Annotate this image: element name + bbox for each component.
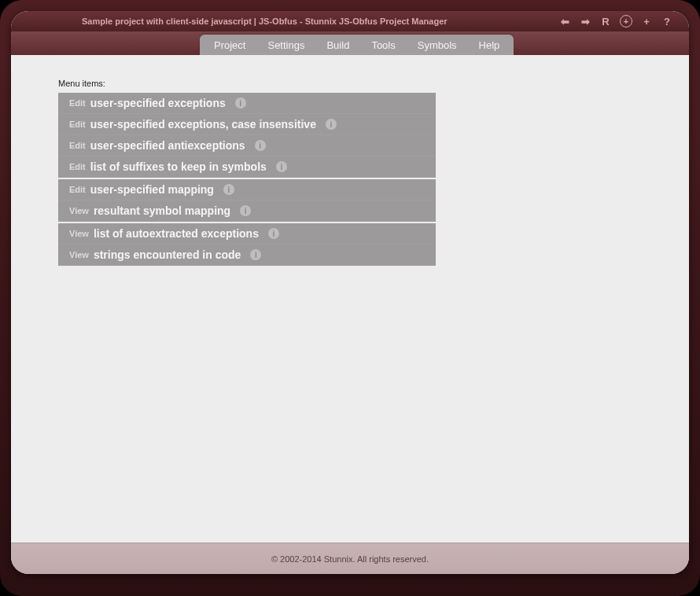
item-prefix: Edit	[69, 120, 86, 129]
tab-symbols[interactable]: Symbols	[407, 36, 468, 54]
footer-text: © 2002-2014 Stunnix. All rights reserved…	[271, 554, 429, 564]
item-group-2: Edit user-specified mapping i View resul…	[58, 179, 436, 222]
info-icon[interactable]: i	[326, 119, 337, 130]
window-title: Sample project with client-side javascri…	[82, 17, 448, 26]
item-prefix: View	[69, 250, 89, 259]
item-group-1: Edit user-specified exceptions i Edit us…	[58, 93, 436, 178]
window: Sample project with client-side javascri…	[11, 11, 689, 574]
content-area: Menu items: Edit user-specified exceptio…	[11, 55, 689, 543]
titlebar: Sample project with client-side javascri…	[11, 11, 689, 31]
item-prefix: Edit	[69, 162, 86, 171]
item-label: strings encountered in code	[94, 248, 241, 261]
item-edit-exceptions-ci[interactable]: Edit user-specified exceptions, case ins…	[58, 114, 436, 135]
info-icon[interactable]: i	[235, 97, 246, 109]
item-edit-suffixes[interactable]: Edit list of suffixes to keep in symbols…	[58, 156, 436, 178]
app-frame: Sample project with client-side javascri…	[0, 0, 700, 596]
item-label: user-specified exceptions	[90, 97, 226, 109]
menubar: Project Settings Build Tools Symbols Hel…	[11, 31, 689, 55]
item-edit-mapping[interactable]: Edit user-specified mapping i	[58, 179, 436, 201]
item-view-strings[interactable]: View strings encountered in code i	[58, 245, 436, 266]
item-edit-antiexceptions[interactable]: Edit user-specified antiexceptions i	[58, 135, 436, 156]
item-group-3: View list of autoextracted exceptions i …	[58, 223, 436, 266]
info-icon[interactable]: i	[250, 249, 261, 260]
tab-settings[interactable]: Settings	[256, 36, 315, 54]
item-label: user-specified antiexceptions	[90, 139, 245, 152]
section-heading: Menu items:	[58, 79, 689, 88]
tab-tools[interactable]: Tools	[360, 36, 406, 54]
back-icon[interactable]: ⬅	[558, 15, 571, 28]
info-icon[interactable]: i	[268, 228, 279, 239]
tab-help[interactable]: Help	[468, 36, 511, 54]
title-controls: ⬅ ➡ R + + ?	[558, 11, 673, 31]
footer: © 2002-2014 Stunnix. All rights reserved…	[11, 543, 689, 574]
item-prefix: Edit	[69, 98, 86, 108]
item-label: user-specified exceptions, case insensit…	[90, 118, 316, 131]
reload-button[interactable]: R	[599, 15, 612, 28]
item-prefix: Edit	[69, 185, 86, 194]
item-prefix: Edit	[69, 141, 86, 150]
forward-icon[interactable]: ➡	[579, 15, 591, 28]
tab-container: Project Settings Build Tools Symbols Hel…	[200, 35, 514, 55]
item-prefix: View	[69, 206, 89, 215]
item-label: list of suffixes to keep in symbols	[90, 160, 267, 173]
info-icon[interactable]: i	[276, 161, 287, 172]
item-view-mapping[interactable]: View resultant symbol mapping i	[58, 201, 436, 222]
tab-build[interactable]: Build	[315, 36, 360, 54]
item-label: user-specified mapping	[90, 183, 214, 196]
item-view-autoextracted[interactable]: View list of autoextracted exceptions i	[58, 223, 436, 245]
item-prefix: View	[69, 229, 89, 238]
help-button[interactable]: ?	[661, 15, 673, 28]
item-label: list of autoextracted exceptions	[94, 227, 259, 240]
zoom-button[interactable]: +	[620, 15, 632, 28]
info-icon[interactable]: i	[240, 205, 251, 216]
tab-project[interactable]: Project	[203, 36, 256, 54]
add-button[interactable]: +	[640, 15, 653, 28]
item-label: resultant symbol mapping	[94, 204, 230, 217]
item-edit-exceptions[interactable]: Edit user-specified exceptions i	[58, 93, 436, 114]
info-icon[interactable]: i	[255, 140, 266, 151]
info-icon[interactable]: i	[223, 184, 234, 195]
